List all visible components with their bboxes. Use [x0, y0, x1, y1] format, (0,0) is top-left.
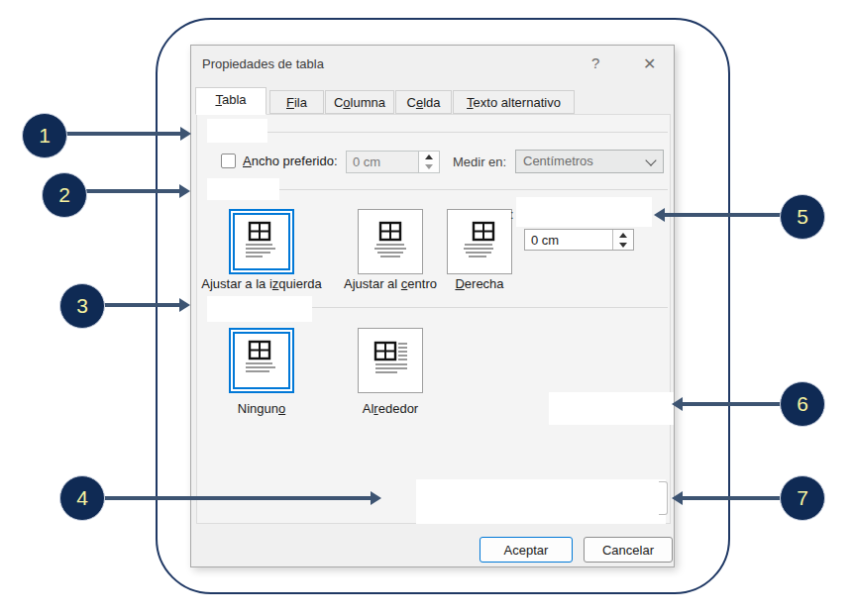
table-align-right-icon [457, 220, 502, 263]
cancel-button[interactable]: Cancelar [584, 537, 673, 563]
align-right-option[interactable] [447, 209, 512, 274]
callout-4-badge: 4 [59, 475, 105, 521]
covered-label-size-group [207, 119, 267, 143]
callout-1-arrowhead-icon [180, 127, 191, 141]
table-align-center-icon [368, 220, 413, 263]
tab-columna[interactable]: Columna [325, 90, 394, 114]
callout-3-arrow [103, 303, 179, 307]
covered-label-wrapping-group [207, 296, 312, 322]
wrap-around-icon [368, 339, 413, 382]
accept-button[interactable]: Aceptar [480, 537, 573, 563]
tab-texto-alternativo[interactable]: Texto alternativo [453, 90, 575, 114]
dialog-title: Propiedades de tabla [202, 56, 324, 71]
indent-spinner[interactable]: 0 cm [524, 229, 634, 251]
tab-page-tabla: Ancho preferido: 0 cm Medir en: Centímet… [196, 114, 671, 524]
indent-value[interactable]: 0 cm [525, 230, 612, 250]
callout-1-arrow [63, 132, 180, 136]
preferred-width-spinner[interactable]: 0 cm [346, 151, 440, 173]
align-center-option[interactable] [358, 209, 423, 274]
wrap-none-icon [239, 339, 284, 382]
help-icon[interactable]: ? [591, 54, 599, 71]
tab-celda[interactable]: Celda [395, 90, 452, 114]
preferred-width-checkbox[interactable] [221, 154, 236, 168]
covered-bottom-buttons [416, 479, 666, 524]
preferred-width-value[interactable]: 0 cm [347, 152, 418, 172]
tab-fila[interactable]: Fila [269, 90, 324, 114]
wrap-around-label: Alrededor [363, 401, 418, 416]
spin-up-icon[interactable] [613, 230, 633, 240]
measure-unit-value: Centímetros [516, 151, 639, 172]
callout-5-arrowhead-icon [654, 208, 665, 222]
align-right-label: Derecha [455, 276, 503, 291]
covered-position-button [549, 392, 674, 425]
covered-button-edge [659, 481, 668, 515]
callout-5-arrow [665, 213, 781, 217]
measure-unit-dropdown[interactable]: Centímetros [515, 150, 664, 173]
callout-4-arrowhead-icon [371, 491, 381, 505]
table-align-left-icon [239, 220, 284, 263]
tab-tabla[interactable]: Tabla [195, 87, 267, 115]
covered-label-alignment-group [207, 178, 279, 200]
align-center-label: Ajustar al centro [344, 276, 437, 291]
wrap-none-option[interactable] [229, 328, 294, 393]
spin-up-icon[interactable] [419, 152, 439, 162]
callout-5-badge: 5 [780, 194, 825, 240]
align-left-label: Ajustar a la izquierda [201, 276, 322, 291]
spin-down-icon[interactable] [613, 240, 633, 250]
indent-label-remnant: : [510, 207, 514, 222]
callout-7-arrowhead-icon [672, 491, 683, 505]
callout-2-badge: 2 [42, 172, 87, 218]
preferred-width-label[interactable]: Ancho preferido: [243, 154, 338, 168]
callout-3-arrowhead-icon [179, 298, 190, 312]
callout-3-badge: 3 [59, 283, 105, 329]
chevron-down-icon[interactable] [639, 151, 663, 172]
callout-7-badge: 7 [780, 475, 825, 521]
callout-2-arrowhead-icon [179, 184, 190, 198]
callout-1-badge: 1 [22, 113, 67, 158]
table-properties-dialog: Propiedades de tabla ? ✕ Tabla Fila Colu… [190, 45, 675, 567]
callout-2-arrow [85, 189, 179, 193]
align-left-option[interactable] [229, 209, 294, 274]
group-separator [207, 132, 668, 133]
wrap-around-option[interactable] [358, 328, 423, 393]
close-icon[interactable]: ✕ [643, 54, 656, 73]
callout-7-arrow [683, 496, 780, 500]
covered-label-indent [516, 197, 652, 227]
spin-down-icon[interactable] [419, 162, 439, 173]
callout-6-arrowhead-icon [672, 397, 683, 411]
callout-4-arrow [103, 496, 371, 500]
callout-6-arrow [683, 402, 781, 406]
callout-6-badge: 6 [780, 381, 825, 427]
measure-in-label: Medir en: [453, 154, 506, 169]
wrap-none-label: Ninguno [238, 401, 285, 416]
annotated-screenshot: Propiedades de tabla ? ✕ Tabla Fila Colu… [0, 0, 853, 616]
